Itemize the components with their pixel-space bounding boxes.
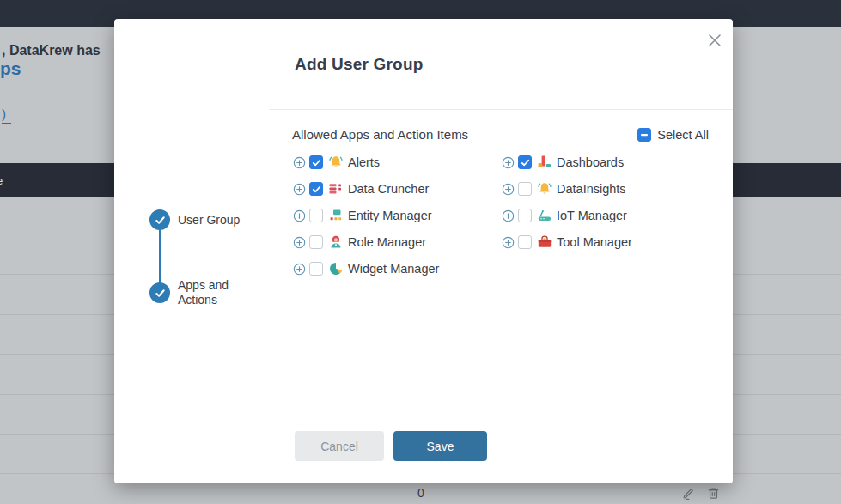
app-label: Dashboards	[557, 155, 624, 169]
select-all-control[interactable]: Select All	[637, 128, 709, 142]
app-label: Widget Manager	[348, 262, 439, 276]
modal-content: Add User Group Allowed Apps and Action I…	[269, 19, 733, 483]
bell-icon	[537, 181, 552, 197]
dashboard-blocks-icon	[537, 155, 552, 170]
save-button[interactable]: Save	[393, 431, 487, 461]
checkbox-widget-manager[interactable]	[309, 262, 323, 276]
modal-header: Add User Group	[269, 19, 733, 110]
expand-plus-icon[interactable]	[502, 209, 515, 222]
table-header-cell-fragment: e	[0, 174, 3, 187]
toolbox-icon	[537, 234, 552, 250]
app-label: Tool Manager	[557, 235, 632, 249]
expand-plus-icon[interactable]	[293, 236, 306, 249]
checkbox-tool-manager[interactable]	[518, 235, 532, 249]
app-row-datainsights: DataInsights	[502, 181, 632, 197]
bell-icon	[328, 155, 344, 170]
table-column-divider	[832, 197, 832, 504]
add-user-group-modal: User Group Apps and Actions Add User Gro…	[114, 19, 733, 483]
stepper-panel: User Group Apps and Actions	[114, 19, 269, 483]
app-label: Alerts	[348, 155, 380, 169]
checkbox-iot-manager[interactable]	[518, 209, 532, 222]
checkbox-entity-manager[interactable]	[309, 209, 323, 222]
person-icon	[328, 234, 344, 250]
app-row-iot-manager: IoT Manager	[502, 208, 632, 223]
expand-plus-icon[interactable]	[502, 236, 515, 249]
data-bars-icon	[328, 181, 344, 197]
checkbox-datainsights[interactable]	[518, 182, 532, 196]
router-icon	[537, 208, 552, 223]
count-link-fragment[interactable]: )	[2, 106, 11, 124]
app-label: DataInsights	[557, 182, 626, 196]
step-label-apps-actions: Apps and Actions	[178, 278, 240, 307]
pie-chart-icon	[328, 261, 344, 276]
entity-blocks-icon	[328, 208, 344, 223]
greeting-text-fragment: , DataKrew has	[2, 43, 101, 58]
groups-link-fragment[interactable]: ps	[0, 58, 21, 79]
app-label: IoT Manager	[557, 209, 627, 222]
select-all-label: Select All	[657, 128, 709, 142]
select-all-checkbox[interactable]	[637, 128, 651, 142]
checkbox-dashboards[interactable]	[518, 155, 532, 169]
checkbox-data-cruncher[interactable]	[309, 182, 323, 196]
section-label: Allowed Apps and Action Items	[292, 127, 468, 142]
step-label-user-group: User Group	[178, 213, 240, 228]
app-row-widget-manager: Widget Manager	[293, 261, 439, 276]
expand-plus-icon[interactable]	[293, 156, 306, 169]
app-row-entity-manager: Entity Manager	[293, 208, 439, 223]
app-label: Data Cruncher	[348, 182, 429, 196]
apps-column-right: Dashboards DataInsights	[502, 155, 632, 261]
expand-plus-icon[interactable]	[293, 183, 306, 196]
step-apps-actions-check-icon[interactable]	[149, 282, 170, 303]
app-row-tool-manager: Tool Manager	[502, 234, 632, 250]
table-cell-count: 0	[404, 486, 438, 500]
edit-pencil-icon[interactable]	[681, 486, 696, 501]
cancel-button[interactable]: Cancel	[295, 431, 384, 461]
trash-icon[interactable]	[706, 486, 721, 501]
app-row-data-cruncher: Data Cruncher	[293, 181, 439, 197]
checkbox-role-manager[interactable]	[309, 235, 323, 249]
app-row-alerts: Alerts	[293, 155, 439, 170]
app-row-role-manager: Role Manager	[293, 234, 439, 250]
app-label: Entity Manager	[348, 209, 432, 222]
expand-plus-icon[interactable]	[293, 263, 306, 276]
expand-plus-icon[interactable]	[502, 183, 515, 196]
apps-column-left: Alerts Data Cruncher	[293, 155, 439, 288]
app-row-dashboards: Dashboards	[502, 155, 632, 170]
expand-plus-icon[interactable]	[502, 156, 515, 169]
checkbox-alerts[interactable]	[309, 155, 323, 169]
app-label: Role Manager	[348, 235, 426, 249]
step-user-group-check-icon[interactable]	[149, 209, 170, 230]
modal-title: Add User Group	[295, 55, 424, 74]
stepper-connector	[159, 230, 161, 283]
expand-plus-icon[interactable]	[293, 209, 306, 222]
